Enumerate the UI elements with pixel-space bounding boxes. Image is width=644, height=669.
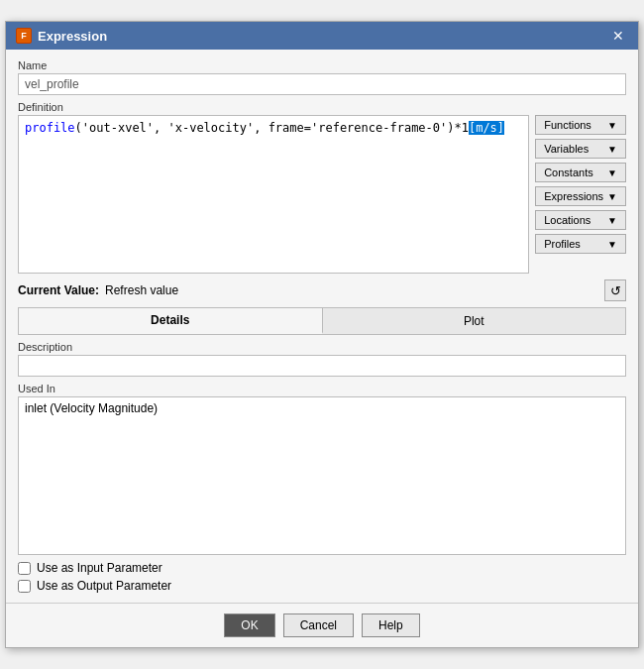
definition-area: profile('out-xvel', 'x-velocity', frame=… — [18, 115, 626, 274]
functions-arrow: ▼ — [607, 120, 617, 131]
profiles-label: Profiles — [544, 238, 581, 250]
used-in-label: Used In — [18, 383, 626, 394]
definition-label: Definition — [18, 101, 626, 113]
constants-arrow: ▼ — [607, 167, 617, 178]
help-button[interactable]: Help — [362, 613, 420, 637]
current-value-label: Current Value: — [18, 283, 99, 297]
title-bar: F Expression ✕ — [6, 22, 638, 50]
current-value-left: Current Value: Refresh value — [18, 283, 178, 297]
variables-label: Variables — [544, 143, 589, 155]
constants-btn[interactable]: Constants ▼ — [535, 163, 626, 182]
expressions-label: Expressions — [544, 190, 603, 202]
output-param-label: Use as Output Parameter — [37, 579, 171, 593]
expressions-btn[interactable]: Expressions ▼ — [535, 186, 626, 206]
profiles-arrow: ▼ — [607, 239, 617, 250]
tabs-row: Details Plot — [18, 307, 626, 335]
used-in-value: inlet (Velocity Magnitude) — [25, 401, 158, 415]
variables-arrow: ▼ — [607, 144, 617, 155]
cancel-button[interactable]: Cancel — [283, 613, 354, 637]
functions-btn[interactable]: Functions ▼ — [535, 115, 626, 135]
close-button[interactable]: ✕ — [608, 28, 628, 44]
output-param-row[interactable]: Use as Output Parameter — [18, 579, 626, 593]
description-label: Description — [18, 341, 626, 353]
dialog-icon: F — [16, 28, 32, 44]
locations-label: Locations — [544, 214, 590, 226]
input-param-label: Use as Input Parameter — [37, 561, 162, 575]
refresh-button[interactable]: ↺ — [604, 279, 626, 301]
expression-dialog: F Expression ✕ Name Definition profile('… — [5, 21, 639, 648]
dialog-body: Name Definition profile('out-xvel', 'x-v… — [6, 50, 638, 603]
tab-plot[interactable]: Plot — [323, 308, 626, 334]
locations-btn[interactable]: Locations ▼ — [535, 210, 626, 230]
used-in-box: inlet (Velocity Magnitude) — [18, 396, 626, 555]
checkbox-group: Use as Input Parameter Use as Output Par… — [18, 561, 626, 593]
functions-label: Functions — [544, 119, 591, 131]
variables-btn[interactable]: Variables ▼ — [535, 139, 626, 159]
refresh-value-text: Refresh value — [105, 283, 178, 297]
name-label: Name — [18, 59, 626, 71]
output-param-checkbox[interactable] — [18, 580, 31, 593]
title-bar-left: F Expression — [16, 28, 107, 44]
bottom-buttons: OK Cancel Help — [6, 603, 638, 647]
input-param-row[interactable]: Use as Input Parameter — [18, 561, 626, 575]
dialog-title: Expression — [38, 29, 107, 44]
definition-section: Definition profile('out-xvel', 'x-veloci… — [18, 101, 626, 274]
ok-button[interactable]: OK — [224, 613, 274, 637]
icon-label: F — [21, 31, 27, 41]
code-black-part: ('out-xvel', 'x-velocity', frame='refere… — [75, 121, 469, 135]
tab-details[interactable]: Details — [19, 308, 323, 334]
sidebar-buttons: Functions ▼ Variables ▼ Constants ▼ Expr… — [535, 115, 626, 274]
expressions-arrow: ▼ — [607, 191, 617, 202]
code-highlight-part: [m/s] — [469, 121, 504, 135]
name-section: Name — [18, 59, 626, 95]
name-input[interactable] — [18, 73, 626, 95]
locations-arrow: ▼ — [607, 215, 617, 226]
details-section: Description — [18, 341, 626, 377]
input-param-checkbox[interactable] — [18, 562, 31, 575]
used-in-section: Used In inlet (Velocity Magnitude) — [18, 383, 626, 555]
current-value-row: Current Value: Refresh value ↺ — [18, 279, 626, 301]
code-blue-part: profile — [25, 121, 75, 135]
description-input[interactable] — [18, 355, 626, 377]
definition-display[interactable]: profile('out-xvel', 'x-velocity', frame=… — [18, 115, 529, 274]
constants-label: Constants — [544, 167, 593, 178]
profiles-btn[interactable]: Profiles ▼ — [535, 234, 626, 254]
